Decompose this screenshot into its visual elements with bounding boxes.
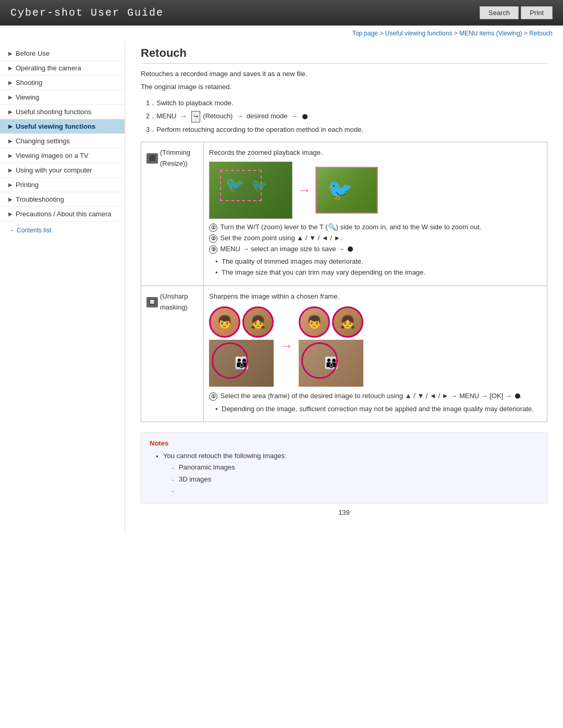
trimming-bullet-2: The image size that you can trim may var… [215, 267, 542, 278]
unsharp-step-circle-1: ① [209, 392, 217, 401]
arrow-icon: ▶ [8, 65, 13, 71]
trimming-caption: Records the zoomed playback image. [209, 147, 542, 158]
steps-list: 1．Switch to playback mode. 2．MENU → ↪ (R… [146, 97, 547, 136]
arrow-forward-icon-2: → [279, 335, 293, 358]
unsharp-icon-cell: 🔲 (Unsharpmasking) [141, 286, 204, 422]
sidebar-item-printing[interactable]: ▶ Printing [0, 178, 125, 192]
sidebar-item-troubleshooting[interactable]: ▶ Troubleshooting [0, 192, 125, 207]
trimming-step1: ① Turn the W/T (zoom) lever to the T (🔍)… [209, 222, 542, 233]
app-title: Cyber-shot User Guide [10, 7, 164, 19]
functions-table: ⬛ (Trimming(Resize)) Records the zoomed … [141, 142, 547, 422]
sidebar-item-changing-settings[interactable]: ▶ Changing settings [0, 134, 125, 149]
face-circle-1: 👦 [209, 306, 240, 338]
trimming-row: ⬛ (Trimming(Resize)) Records the zoomed … [141, 142, 547, 286]
face-circle-after-1: 👦 [299, 306, 330, 338]
contents-list-link[interactable]: → Contents list [0, 221, 125, 239]
sidebar-item-viewing[interactable]: ▶ Viewing [0, 90, 125, 105]
face-before-group: 👦 👧 👨‍👩‍👦 [209, 306, 274, 387]
search-button[interactable]: Search [480, 6, 519, 19]
main-layout: ▶ Before Use ▶ Operating the camera ▶ Sh… [0, 41, 563, 542]
unsharp-bullets: Depending on the image, sufficient corre… [215, 404, 542, 415]
breadcrumb-menu-items[interactable]: MENU items (Viewing) [459, 30, 522, 37]
face-group-image: 👨‍👩‍👦 [209, 340, 274, 387]
sidebar-label-printing: Printing [16, 181, 39, 189]
notes-sub-other [172, 485, 538, 497]
notes-sub-list: Panoramic images 3D images [172, 462, 538, 496]
trimming-before-image: 🐦 🐦 [209, 162, 292, 219]
page-number: 139 [141, 503, 547, 522]
arrow-icon: ▶ [8, 182, 13, 188]
arrow-icon: ▶ [8, 196, 13, 202]
header: Cyber-shot User Guide Search Print [0, 0, 563, 26]
sidebar-label-useful-shooting: Useful shooting functions [16, 108, 91, 116]
breadcrumb-top[interactable]: Top page [352, 30, 378, 37]
arrow-icon: ▶ [8, 109, 13, 115]
sidebar-label-useful-viewing: Useful viewing functions [16, 122, 95, 130]
breadcrumb-retouch[interactable]: Retouch [529, 30, 553, 37]
intro-line1: Retouches a recorded image and saves it … [141, 69, 547, 80]
arrow-icon: ▶ [8, 167, 13, 173]
sidebar-label-before-use: Before Use [16, 50, 50, 57]
sidebar-item-before-use[interactable]: ▶ Before Use [0, 46, 125, 61]
sidebar-label-viewing-tv: Viewing images on a TV [16, 152, 89, 159]
unsharp-function-icon: 🔲 [146, 297, 158, 307]
trimming-label-text: (Trimming(Resize)) [160, 147, 190, 169]
arrow-icon: ▶ [8, 211, 13, 217]
sidebar-label-troubleshooting: Troubleshooting [16, 195, 64, 203]
print-button[interactable]: Print [521, 6, 553, 19]
trimming-content-cell: Records the zoomed playback image. 🐦 🐦 →… [204, 142, 547, 286]
step-circle-1: ① [209, 224, 217, 232]
sidebar-label-shooting: Shooting [16, 79, 42, 87]
trimming-bullets: The quality of trimmed images may deteri… [215, 256, 542, 278]
sidebar-item-viewing-tv[interactable]: ▶ Viewing images on a TV [0, 149, 125, 163]
arrow-icon: ▶ [8, 153, 13, 158]
sidebar-item-precautions[interactable]: ▶ Precautions / About this camera [0, 207, 125, 221]
step-circle-3: ③ [209, 245, 217, 254]
notes-list: You cannot retouch the following images:… [156, 450, 538, 496]
confirm-circle [348, 246, 353, 252]
notes-section: Notes You cannot retouch the following i… [141, 433, 547, 503]
header-buttons: Search Print [480, 6, 553, 19]
retouch-icon: ↪ [191, 111, 200, 122]
sidebar: ▶ Before Use ▶ Operating the camera ▶ Sh… [0, 41, 125, 532]
step-3: 3．Perform retouching according to the op… [146, 124, 547, 135]
sidebar-label-precautions: Precautions / About this camera [16, 210, 112, 218]
trimming-icon-cell: ⬛ (Trimming(Resize)) [141, 142, 204, 286]
sidebar-label-viewing: Viewing [16, 93, 39, 101]
sidebar-item-shooting[interactable]: ▶ Shooting [0, 76, 125, 90]
arrow-right-icon: → [8, 227, 15, 234]
unsharp-row: 🔲 (Unsharpmasking) Sharpens the image wi… [141, 286, 547, 422]
breadcrumb: Top page > Useful viewing functions > ME… [0, 26, 563, 41]
unsharp-label-text: (Unsharpmasking) [160, 291, 188, 313]
unsharp-bullet-1: Depending on the image, sufficient corre… [215, 404, 542, 415]
unsharp-step1: ① Select the area (frame) of the desired… [209, 391, 542, 402]
sidebar-label-using-computer: Using with your computer [16, 166, 92, 174]
sidebar-item-using-computer[interactable]: ▶ Using with your computer [0, 163, 125, 178]
face-circle-after-2: 👧 [332, 306, 363, 338]
step-1: 1．Switch to playback mode. [146, 97, 547, 109]
sidebar-label-operating-camera: Operating the camera [16, 64, 81, 72]
sidebar-item-useful-shooting[interactable]: ▶ Useful shooting functions [0, 105, 125, 119]
face-circle-overlay [212, 342, 248, 379]
sidebar-item-useful-viewing[interactable]: ▶ Useful viewing functions [0, 119, 125, 134]
notes-title: Notes [150, 439, 538, 447]
page-title: Retouch [141, 46, 547, 64]
notes-sub-panoramic: Panoramic images [172, 462, 538, 473]
arrow-icon: ▶ [8, 124, 13, 129]
sidebar-label-changing-settings: Changing settings [16, 137, 70, 145]
arrow-forward-icon: → [297, 179, 311, 202]
arrow-icon: ▶ [8, 51, 13, 56]
trimming-demo: 🐦 🐦 → 🐦 [209, 162, 542, 219]
confirm-circle-2 [515, 393, 520, 399]
notes-sub-3d: 3D images [172, 474, 538, 485]
confirm-circle [302, 114, 308, 119]
face-circle-overlay-after [301, 342, 338, 379]
step-circle-2: ② [209, 235, 217, 243]
face-after-group-image: 👨‍👩‍👦 [299, 340, 363, 387]
sidebar-item-operating-camera[interactable]: ▶ Operating the camera [0, 61, 125, 76]
face-before-row2: 👨‍👩‍👦 [209, 340, 274, 387]
face-after-row1: 👦 👧 [299, 306, 363, 338]
trimming-after-image: 🐦 [315, 167, 378, 214]
trimming-step2: ② Set the zoom point using ▲ / ▼ / ◄ / ►… [209, 233, 542, 244]
breadcrumb-viewing-functions[interactable]: Useful viewing functions [385, 30, 452, 37]
